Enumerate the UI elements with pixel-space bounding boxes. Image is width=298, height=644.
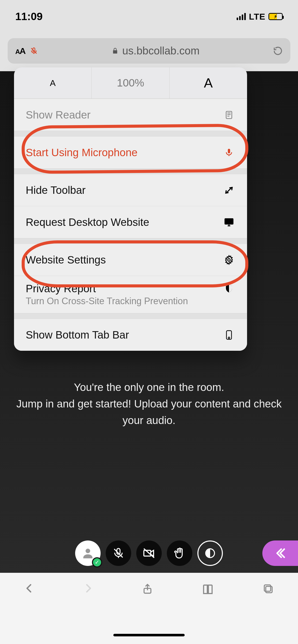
website-settings-row[interactable]: Website Settings — [14, 244, 247, 276]
svg-rect-15 — [228, 149, 230, 153]
share-button[interactable] — [142, 583, 153, 595]
raise-hand-button[interactable] — [167, 540, 192, 566]
desktop-icon — [223, 217, 235, 228]
show-reader-row: Show Reader — [14, 99, 247, 131]
svg-rect-9 — [266, 586, 272, 593]
home-indicator[interactable] — [113, 634, 185, 636]
gear-icon — [223, 255, 235, 265]
reader-icon — [223, 110, 235, 120]
back-button[interactable] — [24, 583, 35, 594]
aa-popover: A 100% A Show Reader Start Using Microph… — [14, 67, 247, 351]
request-desktop-row[interactable]: Request Desktop Website — [14, 206, 247, 238]
safari-bottom-nav — [0, 573, 298, 644]
status-right: LTE ⚡︎ — [237, 12, 283, 22]
collapse-panel-button[interactable] — [262, 540, 298, 566]
show-bottom-tab-label: Show Bottom Tab Bar — [26, 329, 129, 341]
hide-toolbar-label: Hide Toolbar — [26, 184, 86, 196]
expand-icon — [223, 185, 235, 195]
privacy-report-row[interactable]: Privacy Report Turn On Cross-Site Tracki… — [14, 276, 247, 313]
mute-mic-button[interactable] — [106, 540, 131, 566]
tab-bar-icon — [223, 330, 235, 340]
avatar-button[interactable]: ✓ — [75, 540, 101, 566]
collab-toolbar: ✓ — [0, 535, 298, 571]
room-message: You're the only one in the room. Jump in… — [0, 379, 298, 429]
status-button[interactable] — [197, 540, 223, 566]
svg-line-16 — [226, 187, 232, 193]
svg-rect-17 — [225, 219, 233, 224]
check-icon: ✓ — [92, 557, 102, 567]
text-size-button[interactable]: AA — [15, 46, 25, 56]
lock-icon — [112, 47, 119, 54]
cellular-signal-icon — [237, 13, 246, 20]
tabs-button[interactable] — [262, 583, 274, 595]
privacy-report-subtitle: Turn On Cross-Site Tracking Prevention — [26, 296, 235, 306]
svg-rect-19 — [226, 331, 232, 339]
svg-point-18 — [228, 259, 230, 261]
zoom-in-button[interactable]: A — [170, 67, 247, 98]
privacy-report-label: Privacy Report — [26, 283, 96, 295]
bookmarks-button[interactable] — [201, 583, 214, 596]
status-time: 11:09 — [15, 10, 43, 23]
hide-toolbar-row[interactable]: Hide Toolbar — [14, 174, 247, 206]
microphone-icon — [223, 148, 235, 157]
shield-icon — [223, 284, 235, 293]
website-settings-label: Website Settings — [26, 254, 106, 266]
zoom-out-button[interactable]: A — [14, 67, 92, 98]
svg-rect-10 — [264, 585, 270, 591]
url-bar[interactable]: AA us.bbcollab.com — [8, 38, 290, 64]
start-microphone-label: Start Using Microphone — [26, 147, 138, 159]
mute-video-button[interactable] — [136, 540, 162, 566]
zoom-row: A 100% A — [14, 67, 247, 99]
show-reader-label: Show Reader — [26, 109, 90, 121]
battery-icon: ⚡︎ — [268, 13, 283, 20]
url-domain: us.bbcollab.com — [122, 45, 200, 57]
zoom-level[interactable]: 100% — [92, 67, 169, 98]
reload-icon[interactable] — [273, 46, 283, 56]
network-label: LTE — [249, 12, 265, 22]
request-desktop-label: Request Desktop Website — [26, 216, 149, 228]
mic-muted-icon — [30, 47, 38, 55]
start-microphone-row[interactable]: Start Using Microphone — [14, 136, 247, 168]
status-bar: 11:09 LTE ⚡︎ — [0, 0, 298, 33]
forward-button[interactable] — [83, 583, 93, 594]
show-bottom-tab-row[interactable]: Show Bottom Tab Bar — [14, 319, 247, 351]
svg-point-2 — [86, 549, 90, 553]
